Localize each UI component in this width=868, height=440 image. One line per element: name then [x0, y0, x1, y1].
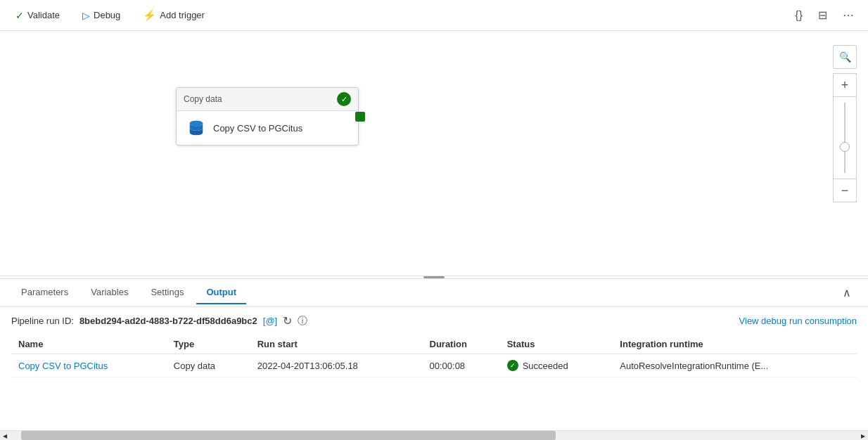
zoom-out-button[interactable]: − [833, 179, 857, 202]
scrollbar-thumb[interactable] [21, 431, 556, 440]
info-icon[interactable]: ⓘ [298, 315, 307, 328]
node-connector [355, 112, 365, 122]
pipeline-run-label: Pipeline run ID: [11, 316, 74, 326]
tab-output[interactable]: Output [196, 281, 246, 304]
pipeline-node[interactable]: Copy data ✓ Copy CSV to PGCitus [176, 87, 359, 145]
database-icon [186, 118, 206, 138]
row-run-start: 2022-04-20T13:06:05.18 [250, 354, 423, 377]
debug-icon: ▷ [82, 10, 90, 21]
validate-icon: ✓ [15, 10, 24, 21]
toolbar-right: {} ⊟ ⋯ [792, 6, 857, 25]
node-body-label: Copy CSV to PGCitus [213, 123, 302, 134]
row-status: ✓ Succeeded [500, 354, 613, 377]
pipeline-run-id: 8bebd294-ad2d-4883-b722-df58dd6a9bc2 [79, 316, 257, 326]
col-header-duration: Duration [423, 335, 500, 354]
col-header-type: Type [167, 335, 250, 354]
zoom-controls: 🔍 + − [833, 45, 857, 202]
tab-parameters[interactable]: Parameters [11, 281, 78, 304]
zoom-in-button[interactable]: + [833, 73, 857, 97]
tab-variables[interactable]: Variables [81, 281, 138, 304]
status-success-icon: ✓ [507, 360, 518, 371]
toolbar: ✓ Validate ▷ Debug ⚡ Add trigger {} ⊟ ⋯ [0, 0, 868, 31]
tab-settings[interactable]: Settings [141, 281, 193, 304]
node-body: Copy CSV to PGCitus [177, 111, 358, 145]
svg-point-1 [190, 121, 203, 126]
more-options-icon[interactable]: ⋯ [840, 6, 857, 25]
row-type: Copy data [167, 354, 250, 377]
validate-label: Validate [27, 10, 60, 20]
debug-button[interactable]: ▷ Debug [78, 7, 125, 24]
col-header-run-start: Run start [250, 335, 423, 354]
search-icon: 🔍 [839, 51, 851, 63]
col-header-integration: Integration runtime [613, 335, 857, 354]
zoom-search-button[interactable]: 🔍 [833, 45, 857, 69]
add-trigger-button[interactable]: ⚡ Add trigger [139, 6, 209, 25]
node-success-check-icon: ✓ [337, 92, 351, 106]
col-header-name: Name [11, 335, 167, 354]
table-row: Copy CSV to PGCitus Copy data 2022-04-20… [11, 354, 857, 377]
output-table: Name Type Run start Duration Status Inte… [11, 335, 857, 377]
add-trigger-label: Add trigger [160, 10, 205, 20]
row-duration: 00:00:08 [423, 354, 500, 377]
node-header-title: Copy data [184, 94, 222, 104]
pipeline-run-row: Pipeline run ID: 8bebd294-ad2d-4883-b722… [11, 314, 857, 328]
row-name[interactable]: Copy CSV to PGCitus [11, 354, 167, 377]
view-consumption-link[interactable]: View debug run consumption [739, 316, 857, 326]
col-header-status: Status [500, 335, 613, 354]
lightning-icon: ⚡ [143, 9, 156, 22]
bottom-panel: Parameters Variables Settings Output ∧ P… [0, 278, 868, 440]
tabs-row: Parameters Variables Settings Output ∧ [0, 279, 868, 307]
canvas: Copy data ✓ Copy CSV to PGCitus 🔍 + [0, 31, 868, 276]
node-header: Copy data ✓ [177, 88, 358, 111]
status-label: Succeeded [523, 361, 568, 371]
code-icon[interactable]: {} [792, 6, 805, 25]
table-header-row: Name Type Run start Duration Status Inte… [11, 335, 857, 354]
row-integration: AutoResolveIntegrationRuntime (E... [613, 354, 857, 377]
scroll-right-button[interactable]: ▶ [858, 431, 868, 440]
output-content: Pipeline run ID: 8bebd294-ad2d-4883-b722… [0, 307, 868, 430]
copy-id-icon[interactable]: [@] [263, 316, 277, 326]
monitor-icon[interactable]: ⊟ [815, 6, 830, 25]
validate-button[interactable]: ✓ Validate [11, 7, 64, 24]
horizontal-scrollbar[interactable]: ◀ ▶ [0, 430, 868, 440]
zoom-track [844, 103, 845, 173]
refresh-icon[interactable]: ↻ [283, 314, 292, 328]
scroll-left-button[interactable]: ◀ [0, 431, 10, 440]
zoom-slider[interactable] [833, 97, 857, 179]
status-cell: ✓ Succeeded [507, 360, 606, 371]
zoom-thumb [840, 142, 850, 152]
debug-label: Debug [94, 10, 120, 20]
panel-collapse-button[interactable]: ∧ [837, 283, 857, 302]
